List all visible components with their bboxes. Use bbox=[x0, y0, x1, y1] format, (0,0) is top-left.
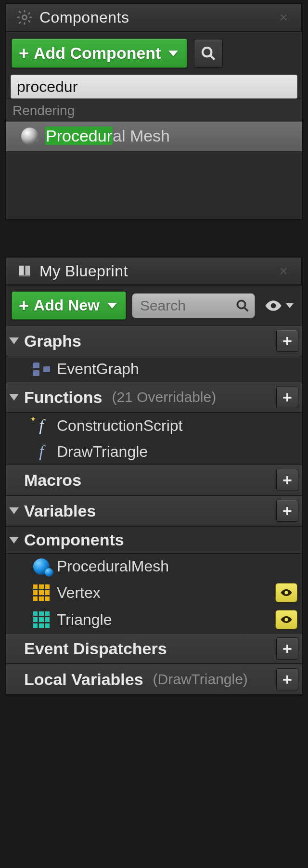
expand-icon bbox=[9, 537, 19, 544]
blueprint-tab-title: My Blueprint bbox=[39, 262, 128, 280]
add-function-button[interactable]: + bbox=[276, 386, 298, 408]
variable-item-proceduralmesh[interactable]: ProceduralMesh bbox=[6, 554, 302, 579]
category-graphs-label: Graphs bbox=[24, 332, 81, 350]
category-event-dispatchers[interactable]: Event Dispatchers + bbox=[6, 633, 302, 664]
svg-point-9 bbox=[23, 16, 26, 19]
add-component-button[interactable]: + Add Component bbox=[12, 39, 187, 68]
category-functions-sub: (21 Overridable) bbox=[112, 389, 216, 405]
components-panel: Components × + Add Component procedur Re… bbox=[5, 3, 303, 220]
blueprint-tab-strip: My Blueprint × bbox=[6, 258, 302, 285]
svg-rect-3 bbox=[17, 17, 20, 18]
blueprint-tab[interactable]: My Blueprint × bbox=[6, 258, 302, 285]
category-components-label: Components bbox=[24, 531, 124, 549]
component-icon bbox=[33, 558, 50, 575]
svg-rect-1 bbox=[24, 10, 26, 13]
eye-icon bbox=[280, 586, 293, 599]
close-icon[interactable]: × bbox=[276, 10, 291, 25]
components-tab-strip: Components × bbox=[6, 4, 302, 32]
category-functions[interactable]: Functions (21 Overridable) + bbox=[6, 382, 302, 413]
add-component-label: Add Component bbox=[34, 44, 161, 63]
category-variables-label: Variables bbox=[24, 502, 96, 520]
category-graphs[interactable]: Graphs + bbox=[6, 325, 302, 356]
function-item-constructionscript[interactable]: f ConstructionScript bbox=[6, 413, 302, 439]
array-icon bbox=[33, 584, 50, 601]
gear-icon bbox=[16, 9, 33, 26]
category-local-variables[interactable]: Local Variables (DrawTriangle) + bbox=[6, 664, 302, 695]
function-item-label: ConstructionScript bbox=[57, 417, 182, 435]
category-local-variables-sub: (DrawTriangle) bbox=[153, 671, 271, 687]
graph-item-eventgraph[interactable]: EventGraph bbox=[6, 356, 302, 382]
svg-line-13 bbox=[244, 308, 248, 311]
visibility-filter-button[interactable] bbox=[261, 296, 296, 315]
my-blueprint-panel: My Blueprint × + Add New Search Graphs +… bbox=[5, 257, 303, 696]
blueprint-search-input[interactable]: Search bbox=[132, 293, 255, 318]
search-result-match: Procedur bbox=[45, 127, 113, 145]
function-icon: f bbox=[33, 442, 50, 461]
close-icon[interactable]: × bbox=[276, 264, 291, 278]
svg-point-14 bbox=[271, 303, 276, 308]
chevron-down-icon bbox=[107, 303, 117, 309]
mesh-icon bbox=[21, 128, 38, 145]
eye-icon bbox=[280, 613, 293, 626]
function-item-label: DrawTriangle bbox=[57, 443, 148, 461]
add-variable-button[interactable]: + bbox=[276, 500, 298, 522]
search-toggle-button[interactable] bbox=[194, 39, 223, 68]
components-tab-title: Components bbox=[39, 9, 129, 26]
search-icon bbox=[200, 45, 217, 62]
category-functions-label: Functions bbox=[24, 388, 102, 407]
function-item-drawtriangle[interactable]: f DrawTriangle bbox=[6, 439, 302, 465]
component-search-value: procedur bbox=[17, 78, 77, 96]
graph-item-label: EventGraph bbox=[57, 360, 139, 378]
expand-icon bbox=[9, 394, 19, 401]
add-graph-button[interactable]: + bbox=[276, 330, 298, 352]
svg-rect-4 bbox=[29, 17, 32, 18]
category-components[interactable]: Components bbox=[6, 526, 302, 554]
variable-item-triangle[interactable]: Triangle bbox=[6, 606, 302, 633]
search-icon bbox=[235, 298, 250, 313]
add-local-variable-button[interactable]: + bbox=[276, 668, 298, 690]
visibility-toggle[interactable] bbox=[275, 610, 297, 629]
chevron-down-icon bbox=[286, 303, 294, 308]
component-search-input[interactable]: procedur bbox=[11, 75, 297, 99]
add-event-dispatcher-button[interactable]: + bbox=[276, 637, 298, 660]
svg-point-12 bbox=[237, 300, 245, 308]
chevron-down-icon bbox=[168, 51, 178, 56]
search-category-header: Rendering bbox=[6, 99, 302, 121]
search-result-row[interactable]: Procedural Mesh bbox=[6, 121, 302, 152]
category-event-dispatchers-label: Event Dispatchers bbox=[24, 639, 167, 658]
graph-icon bbox=[33, 361, 50, 378]
plus-icon: + bbox=[19, 45, 29, 62]
variable-item-label: ProceduralMesh bbox=[57, 557, 169, 575]
add-new-button[interactable]: + Add New bbox=[12, 291, 126, 320]
svg-rect-8 bbox=[18, 21, 21, 24]
variable-item-label: Vertex bbox=[57, 584, 101, 602]
function-override-icon: f bbox=[33, 416, 50, 435]
svg-point-15 bbox=[285, 591, 288, 595]
components-toolbar: + Add Component bbox=[6, 32, 302, 75]
svg-rect-7 bbox=[28, 12, 31, 15]
add-macro-button[interactable]: + bbox=[276, 469, 298, 491]
visibility-toggle[interactable] bbox=[275, 583, 297, 602]
category-variables[interactable]: Variables + bbox=[6, 495, 302, 526]
expand-icon bbox=[9, 507, 19, 514]
svg-line-11 bbox=[211, 55, 215, 59]
category-local-variables-label: Local Variables bbox=[24, 670, 143, 689]
expand-icon bbox=[9, 337, 19, 344]
array-icon bbox=[33, 611, 50, 628]
blueprint-icon bbox=[16, 263, 33, 279]
variable-item-vertex[interactable]: Vertex bbox=[6, 579, 302, 606]
svg-rect-5 bbox=[18, 11, 21, 13]
svg-rect-2 bbox=[24, 22, 26, 25]
category-macros-label: Macros bbox=[24, 471, 81, 490]
plus-icon: + bbox=[19, 297, 29, 314]
svg-point-16 bbox=[285, 618, 288, 622]
components-tab[interactable]: Components × bbox=[6, 4, 302, 31]
search-result-rest: al Mesh bbox=[113, 127, 170, 145]
blueprint-search-placeholder: Search bbox=[140, 298, 231, 314]
variable-item-label: Triangle bbox=[57, 611, 112, 629]
svg-point-10 bbox=[203, 47, 211, 56]
category-macros[interactable]: Macros + bbox=[6, 465, 302, 495]
eye-icon bbox=[264, 296, 283, 315]
blueprint-toolbar: + Add New Search bbox=[6, 285, 302, 325]
add-new-label: Add New bbox=[34, 297, 100, 314]
